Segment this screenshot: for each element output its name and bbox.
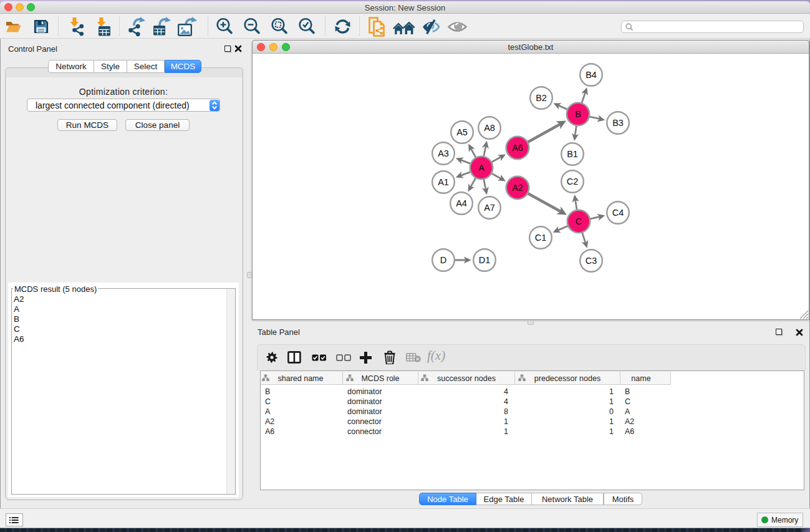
svg-text:C2: C2 — [567, 177, 579, 186]
svg-text:C: C — [576, 216, 582, 226]
svg-text:B3: B3 — [612, 118, 624, 128]
svg-text:B1: B1 — [567, 149, 578, 159]
svg-text:C4: C4 — [612, 208, 624, 218]
svg-text:D1: D1 — [479, 255, 491, 265]
svg-text:C3: C3 — [586, 256, 597, 266]
svg-text:A4: A4 — [456, 198, 467, 208]
svg-text:A8: A8 — [484, 123, 495, 133]
svg-text:B2: B2 — [536, 93, 547, 103]
svg-text:A: A — [478, 163, 485, 173]
svg-text:B4: B4 — [586, 70, 597, 80]
svg-text:D: D — [440, 255, 446, 265]
svg-text:B: B — [575, 109, 581, 119]
svg-text:A3: A3 — [438, 148, 449, 158]
svg-text:A2: A2 — [512, 183, 523, 193]
svg-text:A5: A5 — [456, 127, 468, 137]
svg-text:A1: A1 — [438, 177, 449, 187]
svg-text:C1: C1 — [535, 233, 547, 243]
svg-text:A7: A7 — [484, 203, 495, 213]
svg-text:A6: A6 — [512, 143, 523, 153]
